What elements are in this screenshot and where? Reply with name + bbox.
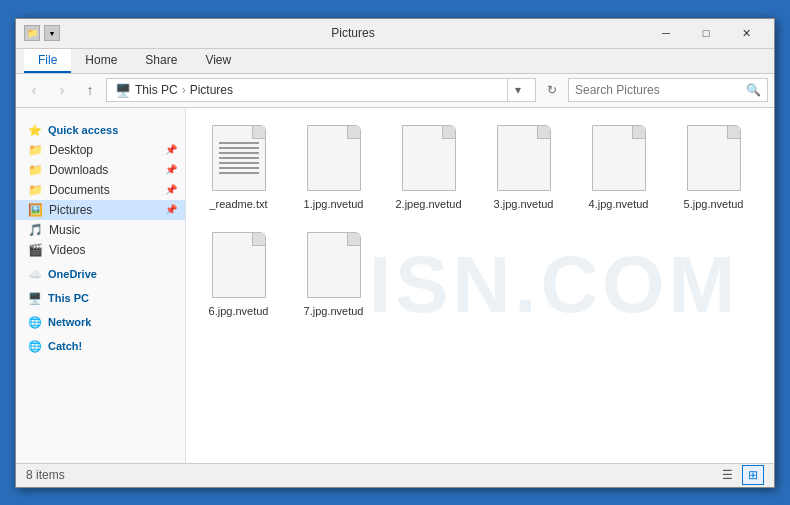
up-button[interactable]: ↑ [78,78,102,102]
file-icon [207,122,271,194]
item-count: 8 items [26,468,65,482]
back-button[interactable]: ‹ [22,78,46,102]
file-icon [587,122,651,194]
list-view-button[interactable]: ☰ [716,465,738,485]
file-name: 6.jpg.nvetud [209,305,269,318]
network-icon: 🌐 [28,316,42,329]
sidebar-header-network: 🌐 Network [16,308,185,332]
path-pictures: Pictures [190,83,233,97]
list-item[interactable]: _readme.txt [196,118,281,215]
file-icon [207,229,271,301]
sidebar-item-desktop[interactable]: 📁 Desktop 📌 [16,140,185,160]
catch-icon: 🌐 [28,340,42,353]
tab-view[interactable]: View [191,49,245,73]
sidebar-item-music[interactable]: 🎵 Music [16,220,185,240]
folder-icon-videos: 🎬 [28,243,43,257]
folder-icon-pictures: 🖼️ [28,203,43,217]
file-area: ISN.COM _readme.txt1.jpg.nvetud2.jpeg.nv… [186,108,774,463]
explorer-window: 📁 ▼ Pictures ─ □ ✕ File Home Share View … [15,18,775,488]
pin-icon-downloads: 📌 [165,164,177,175]
folder-icon-desktop: 📁 [28,143,43,157]
folder-icon-documents: 📁 [28,183,43,197]
sidebar-item-downloads[interactable]: 📁 Downloads 📌 [16,160,185,180]
thispc-icon: 🖥️ [28,292,42,305]
path-icon: 🖥️ [115,83,131,98]
path-dropdown[interactable]: ▾ [507,78,527,102]
folder-icon-music: 🎵 [28,223,43,237]
minimize-button[interactable]: ─ [646,19,686,47]
title-bar: 📁 ▼ Pictures ─ □ ✕ [16,19,774,49]
ribbon-tabs: File Home Share View [16,49,774,73]
file-name: 7.jpg.nvetud [304,305,364,318]
main-content: ⭐ Quick access 📁 Desktop 📌 📁 Downloads 📌… [16,108,774,463]
file-name: 1.jpg.nvetud [304,198,364,211]
file-name: 3.jpg.nvetud [494,198,554,211]
sidebar-item-documents[interactable]: 📁 Documents 📌 [16,180,185,200]
pin-icon-documents: 📌 [165,184,177,195]
star-icon: ⭐ [28,124,42,137]
tab-share[interactable]: Share [131,49,191,73]
folder-icon-downloads: 📁 [28,163,43,177]
refresh-button[interactable]: ↻ [540,78,564,102]
view-controls: ☰ ⊞ [716,465,764,485]
maximize-button[interactable]: □ [686,19,726,47]
sidebar-header-thispc: 🖥️ This PC [16,284,185,308]
list-item[interactable]: 3.jpg.nvetud [481,118,566,215]
list-item[interactable]: 4.jpg.nvetud [576,118,661,215]
path-separator-1: › [182,83,186,97]
tab-file[interactable]: File [24,49,71,73]
address-path[interactable]: 🖥️ This PC › Pictures ▾ [106,78,536,102]
list-item[interactable]: 5.jpg.nvetud [671,118,756,215]
file-name: 4.jpg.nvetud [589,198,649,211]
list-item[interactable]: 6.jpg.nvetud [196,225,281,322]
search-icon: 🔍 [746,83,761,97]
sidebar: ⭐ Quick access 📁 Desktop 📌 📁 Downloads 📌… [16,108,186,463]
file-icon [492,122,556,194]
file-icon [302,122,366,194]
path-thispc: This PC [135,83,178,97]
search-input[interactable] [575,83,746,97]
large-icon-view-button[interactable]: ⊞ [742,465,764,485]
onedrive-icon: ☁️ [28,268,42,281]
tab-home[interactable]: Home [71,49,131,73]
address-bar: ‹ › ↑ 🖥️ This PC › Pictures ▾ ↻ 🔍 [16,74,774,108]
file-icon [397,122,461,194]
search-box[interactable]: 🔍 [568,78,768,102]
quick-access-icon[interactable]: ▼ [44,25,60,41]
window-icon: 📁 [24,25,40,41]
ribbon: File Home Share View [16,49,774,74]
status-bar: 8 items ☰ ⊞ [16,463,774,487]
sidebar-item-pictures[interactable]: 🖼️ Pictures 📌 [16,200,185,220]
file-name: _readme.txt [209,198,267,211]
forward-button[interactable]: › [50,78,74,102]
title-bar-controls: ─ □ ✕ [646,19,766,47]
title-bar-icons: 📁 ▼ [24,25,60,41]
pin-icon-pictures: 📌 [165,204,177,215]
close-button[interactable]: ✕ [726,19,766,47]
sidebar-item-videos[interactable]: 🎬 Videos [16,240,185,260]
sidebar-header-catch: 🌐 Catch! [16,332,185,356]
sidebar-header-quickaccess: ⭐ Quick access [16,116,185,140]
pin-icon-desktop: 📌 [165,144,177,155]
sidebar-header-onedrive: ☁️ OneDrive [16,260,185,284]
file-icon [682,122,746,194]
list-item[interactable]: 2.jpeg.nvetud [386,118,471,215]
file-name: 2.jpeg.nvetud [395,198,461,211]
file-icon [302,229,366,301]
window-title: Pictures [60,26,646,40]
list-item[interactable]: 1.jpg.nvetud [291,118,376,215]
list-item[interactable]: 7.jpg.nvetud [291,225,376,322]
file-name: 5.jpg.nvetud [684,198,744,211]
